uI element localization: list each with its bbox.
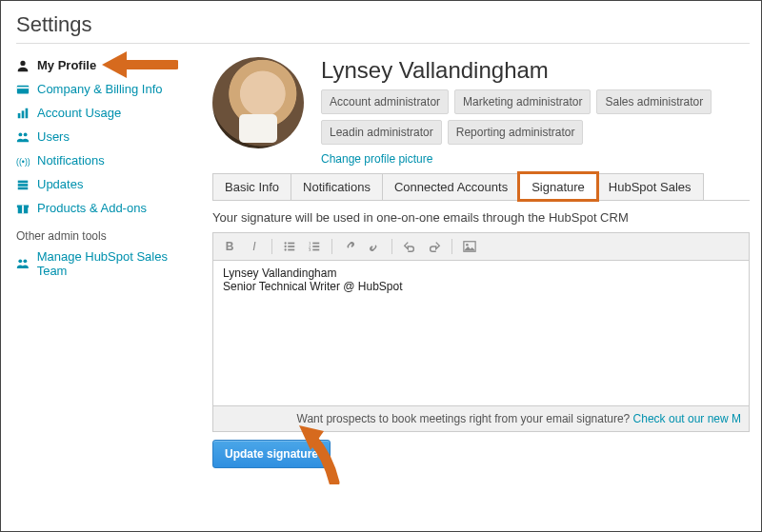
profile-tabs: Basic Info Notifications Connected Accou… [212, 173, 750, 201]
svg-rect-25 [312, 243, 319, 245]
role-badge: Marketing administrator [454, 89, 591, 114]
svg-point-18 [284, 248, 286, 250]
tab-signature[interactable]: Signature [519, 173, 597, 200]
separator [331, 239, 332, 254]
svg-rect-0 [17, 85, 29, 93]
bar-chart-icon [16, 107, 30, 120]
signals-icon: ((•)) [16, 154, 30, 167]
svg-rect-27 [312, 249, 319, 251]
svg-rect-4 [26, 108, 29, 118]
footer-link[interactable]: Check out our new M [633, 412, 741, 425]
tab-notifications[interactable]: Notifications [291, 173, 383, 200]
svg-rect-21 [288, 249, 294, 251]
unlink-button[interactable] [364, 237, 385, 256]
svg-rect-1 [17, 87, 29, 89]
svg-rect-9 [18, 184, 29, 187]
svg-point-15 [24, 260, 28, 264]
svg-rect-26 [312, 246, 319, 247]
people-icon [16, 257, 30, 270]
svg-point-16 [284, 242, 286, 244]
svg-rect-8 [18, 180, 29, 183]
tab-hubspot-sales[interactable]: HubSpot Sales [596, 173, 704, 200]
bold-button[interactable]: B [219, 237, 240, 256]
signature-description: Your signature will be used in one-on-on… [212, 210, 750, 225]
redo-button[interactable] [424, 237, 445, 256]
svg-text:((•)): ((•)) [16, 156, 30, 166]
separator [451, 239, 452, 254]
svg-rect-10 [18, 187, 29, 189]
people-icon [16, 130, 30, 144]
update-signature-button[interactable]: Update signature [212, 440, 331, 468]
settings-content: Lynsey Vallandingham Account administrat… [212, 53, 750, 468]
sidebar-item-account-usage[interactable]: Account Usage [16, 101, 197, 125]
svg-text:3: 3 [309, 247, 311, 252]
profile-name: Lynsey Vallandingham [321, 57, 750, 84]
insert-image-button[interactable] [459, 237, 480, 256]
separator [271, 239, 272, 254]
bulleted-list-button[interactable] [279, 237, 300, 256]
svg-rect-2 [18, 113, 21, 118]
tab-basic-info[interactable]: Basic Info [212, 173, 291, 200]
role-badge: Account administrator [321, 89, 449, 114]
separator [391, 239, 392, 254]
svg-point-14 [18, 260, 22, 264]
italic-button[interactable]: I [244, 237, 265, 256]
editor-toolbar: B I 123 [213, 233, 749, 261]
undo-button[interactable] [399, 237, 420, 256]
divider [16, 43, 750, 44]
sidebar-label: Account Usage [37, 106, 121, 120]
svg-rect-3 [22, 110, 25, 118]
role-badge: Reporting administrator [448, 120, 584, 145]
numbered-list-button[interactable]: 123 [304, 237, 325, 256]
page-title: Settings [16, 12, 750, 37]
sidebar-item-updates[interactable]: Updates [16, 172, 197, 196]
sidebar-label: Notifications [37, 153, 105, 167]
sidebar-item-notifications[interactable]: ((•)) Notifications [16, 148, 197, 172]
signature-editor: B I 123 [212, 232, 750, 432]
tab-connected-accounts[interactable]: Connected Accounts [382, 173, 520, 200]
role-badge: Leadin administrator [321, 120, 442, 145]
sidebar-label: Company & Billing Info [37, 82, 163, 96]
card-icon [16, 83, 30, 96]
sidebar-item-products-addons[interactable]: Products & Add-ons [16, 196, 197, 220]
stack-icon [16, 178, 30, 191]
editor-footer: Want prospects to book meetings right fr… [213, 405, 749, 431]
role-badges: Account administrator Marketing administ… [321, 89, 750, 145]
svg-point-6 [24, 132, 28, 136]
svg-point-5 [18, 132, 22, 136]
signature-textarea[interactable]: Lynsey Vallandingham Senior Technical Wr… [213, 261, 749, 405]
svg-point-29 [466, 244, 469, 246]
sidebar-item-company-billing[interactable]: Company & Billing Info [16, 77, 197, 101]
sidebar-label: Updates [37, 177, 83, 191]
sidebar-item-users[interactable]: Users [16, 125, 197, 148]
settings-sidebar: My Profile Company & Billing Info Accoun… [16, 53, 197, 468]
footer-text: Want prospects to book meetings right fr… [297, 412, 633, 425]
user-icon [16, 59, 30, 72]
svg-point-17 [284, 246, 286, 247]
gift-icon [16, 202, 30, 215]
sidebar-other-heading: Other admin tools [16, 229, 197, 243]
svg-rect-19 [288, 243, 294, 245]
sidebar-item-my-profile[interactable]: My Profile [16, 53, 197, 77]
sidebar-item-manage-sales-team[interactable]: Manage HubSpot Sales Team [16, 245, 197, 283]
avatar [212, 57, 304, 148]
link-button[interactable] [339, 237, 360, 256]
sidebar-label: Users [37, 129, 70, 144]
sidebar-label: Products & Add-ons [37, 201, 147, 215]
sidebar-label: Manage HubSpot Sales Team [37, 249, 197, 278]
sidebar-label: My Profile [37, 58, 96, 72]
svg-rect-13 [22, 205, 24, 213]
role-badge: Sales administrator [596, 89, 712, 114]
svg-rect-20 [288, 246, 294, 247]
change-picture-link[interactable]: Change profile picture [321, 152, 432, 166]
